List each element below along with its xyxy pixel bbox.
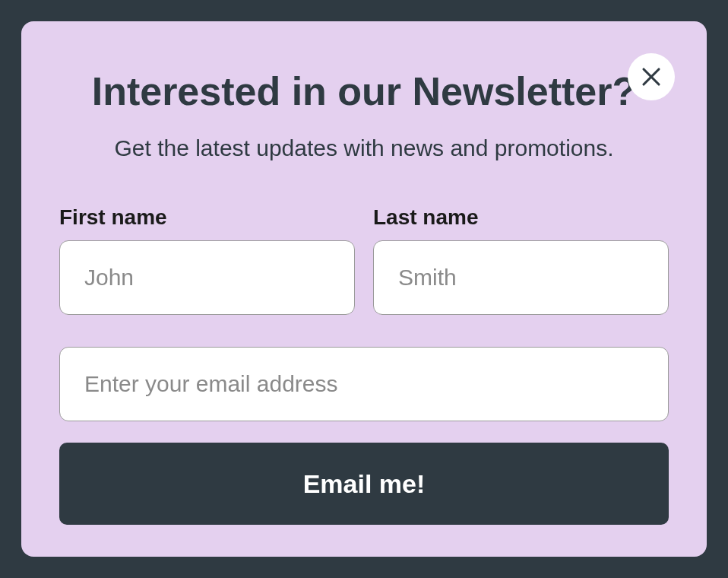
close-button[interactable]: [628, 53, 675, 100]
last-name-input[interactable]: [373, 240, 669, 315]
last-name-field: Last name: [373, 205, 669, 315]
first-name-input[interactable]: [59, 240, 355, 315]
first-name-field: First name: [59, 205, 355, 315]
last-name-label: Last name: [373, 205, 669, 230]
close-icon: [640, 65, 663, 88]
first-name-label: First name: [59, 205, 355, 230]
modal-subheading: Get the latest updates with news and pro…: [59, 135, 669, 161]
email-field: [59, 347, 669, 421]
modal-heading: Interested in our Newsletter?: [59, 68, 669, 114]
submit-button[interactable]: Email me!: [59, 443, 669, 525]
email-input[interactable]: [59, 347, 669, 421]
newsletter-modal: Interested in our Newsletter? Get the la…: [21, 21, 707, 557]
name-fields-row: First name Last name: [59, 205, 669, 315]
